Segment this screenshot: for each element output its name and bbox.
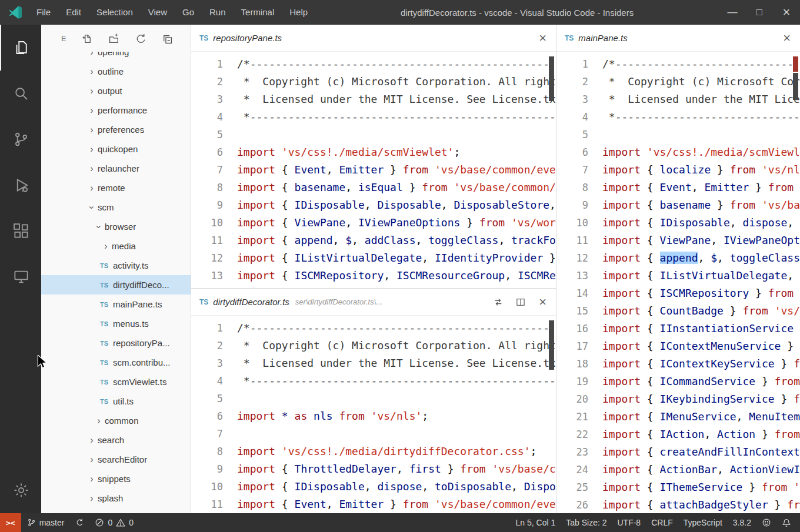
code-line[interactable]: 9import { IDisposable, Disposable, Dispo…: [191, 196, 556, 214]
code-line[interactable]: 3 * Licensed under the MIT License. See …: [556, 91, 800, 108]
settings-gear-icon[interactable]: [0, 467, 41, 513]
tree-item-outline[interactable]: ›outline: [41, 62, 191, 81]
cursor-position[interactable]: Ln 5, Col 1: [511, 513, 561, 532]
code-line[interactable]: 10import { IDisposable, dispose, Disposa…: [556, 214, 800, 232]
code-line[interactable]: 13import { ISCMRepository, ISCMResourceG…: [191, 267, 556, 285]
minimize-button[interactable]: —: [719, 0, 746, 25]
close-icon[interactable]: ×: [538, 296, 548, 309]
code-line[interactable]: 3 * Licensed under the MIT License. See …: [191, 354, 556, 372]
code-line[interactable]: 4 *-------------------------------------…: [191, 108, 556, 126]
tree-item-common[interactable]: ›common: [41, 411, 191, 430]
tree-item-media[interactable]: ›media: [41, 236, 191, 256]
code-line[interactable]: 10import { ViewPane, IViewPaneOptions } …: [191, 214, 556, 232]
tree-item-dirtydiffdeco-[interactable]: TSdirtydiffDeco...: [41, 275, 191, 295]
tree-item-scm-contribu-[interactable]: TSscm.contribu...: [41, 353, 191, 372]
tree-item-activity-ts[interactable]: TSactivity.ts: [41, 256, 191, 275]
scrollbar-track[interactable]: [549, 319, 554, 511]
code-line[interactable]: 19import { ICommandService } from 'vs/pl…: [556, 373, 800, 390]
code-line[interactable]: 5: [556, 126, 800, 143]
code-line[interactable]: 13import { IListVirtualDelegate, IIdenti…: [556, 267, 800, 285]
menu-selection[interactable]: Selection: [89, 0, 141, 25]
run-debug-icon[interactable]: [0, 162, 41, 208]
menu-terminal[interactable]: Terminal: [234, 0, 282, 25]
tree-item-preferences[interactable]: ›preferences: [41, 120, 191, 139]
code-line[interactable]: 4 *-------------------------------------…: [556, 108, 800, 126]
code-line[interactable]: 2 * Copyright (c) Microsoft Corporation.…: [556, 73, 800, 91]
tree-item-output[interactable]: ›output: [41, 81, 191, 101]
split-editor-icon[interactable]: [515, 297, 526, 307]
extensions-icon[interactable]: [0, 208, 41, 254]
code-line[interactable]: 12import { append, $, toggleClass, track…: [556, 249, 800, 267]
tree-item-search[interactable]: ›search: [41, 430, 191, 450]
scrollbar-thumb[interactable]: [549, 56, 554, 101]
code-line[interactable]: 21import { IMenuService, MenuItemAction …: [556, 408, 800, 426]
new-file-icon[interactable]: [82, 33, 93, 44]
code-line[interactable]: 5: [191, 390, 556, 407]
code-line[interactable]: 8import { Event, Emitter } from 'vs/base…: [556, 179, 800, 196]
code-area[interactable]: 1/*-------------------------------------…: [191, 52, 556, 288]
code-area[interactable]: 1/*-------------------------------------…: [191, 316, 556, 513]
code-line[interactable]: 23import { createAndFillInContextMenuAct…: [556, 443, 800, 461]
menu-help[interactable]: Help: [282, 0, 315, 25]
remote-indicator[interactable]: ><: [0, 513, 21, 532]
code-line[interactable]: 4 *-------------------------------------…: [191, 372, 556, 390]
menu-view[interactable]: View: [141, 0, 175, 25]
code-line[interactable]: 22import { IAction, Action } from 'vs/ba…: [556, 426, 800, 443]
tab-dirtydiffdecorator[interactable]: TS dirtydiffDecorator.ts ser\dirtydiffDe…: [191, 289, 556, 315]
search-icon[interactable]: [0, 71, 41, 116]
code-line[interactable]: 2 * Copyright (c) Microsoft Corporation.…: [191, 73, 556, 91]
code-line[interactable]: 6import * as nls from 'vs/nls';: [191, 407, 556, 425]
code-line[interactable]: 26import { attachBadgeStyler } from 'vs/…: [556, 496, 800, 513]
code-line[interactable]: 7import { localize } from 'vs/nls';: [556, 161, 800, 179]
code-line[interactable]: 5: [191, 126, 556, 143]
code-line[interactable]: 7: [191, 425, 556, 443]
tree-item-searcheditor[interactable]: ›searchEditor: [41, 450, 191, 469]
code-line[interactable]: 1/*-------------------------------------…: [191, 319, 556, 337]
code-line[interactable]: 16import { IInstantiationService } from …: [556, 320, 800, 337]
code-line[interactable]: 11import { append, $, addClass, toggleCl…: [191, 232, 556, 249]
code-line[interactable]: 8import { basename, isEqual } from 'vs/b…: [191, 179, 556, 196]
tree-item-menus-ts[interactable]: TSmenus.ts: [41, 314, 191, 333]
code-line[interactable]: 14import { ISCMRepository } from 'vs/wor…: [556, 285, 800, 302]
explorer-icon[interactable]: [0, 25, 41, 71]
code-line[interactable]: 11import { Event, Emitter } from 'vs/bas…: [191, 496, 556, 513]
eol-sequence[interactable]: CRLF: [646, 513, 678, 532]
code-line[interactable]: 1/*-------------------------------------…: [191, 55, 556, 73]
code-line[interactable]: 20import { IKeybindingService } from 'vs…: [556, 390, 800, 408]
problems-indicator[interactable]: 0 0: [89, 513, 139, 532]
tree-item-repositorypa-[interactable]: TSrepositoryPa...: [41, 333, 191, 353]
code-line[interactable]: 17import { IContextMenuService } from 'v…: [556, 337, 800, 355]
tree-item-quickopen[interactable]: ›quickopen: [41, 139, 191, 159]
collapse-all-icon[interactable]: [161, 33, 172, 44]
tree-item-scmviewlet-ts[interactable]: TSscmViewlet.ts: [41, 372, 191, 392]
language-mode[interactable]: TypeScript: [678, 513, 728, 532]
notifications-bell-icon[interactable]: [776, 513, 796, 532]
menu-file[interactable]: File: [29, 0, 58, 25]
branch-indicator[interactable]: master: [21, 513, 70, 532]
feedback-smiley-icon[interactable]: [756, 513, 776, 532]
menu-go[interactable]: Go: [175, 0, 202, 25]
scrollbar-track[interactable]: [549, 55, 554, 286]
tree-item-relauncher[interactable]: ›relauncher: [41, 159, 191, 178]
code-line[interactable]: 9import { ThrottledDelayer, first } from…: [191, 460, 556, 478]
tree-item-remote[interactable]: ›remote: [41, 178, 191, 198]
code-line[interactable]: 10import { IDisposable, dispose, toDispo…: [191, 478, 556, 496]
code-line[interactable]: 18import { IContextKeyService } from 'vs…: [556, 355, 800, 373]
code-line[interactable]: 25import { IThemeService } from 'vs/plat…: [556, 479, 800, 496]
code-line[interactable]: 1/*-------------------------------------…: [556, 55, 800, 73]
refresh-icon[interactable]: [135, 33, 146, 44]
code-line[interactable]: 8import 'vs/css!./media/dirtydiffDecorat…: [191, 443, 556, 460]
indentation[interactable]: Tab Size: 2: [561, 513, 612, 532]
code-line[interactable]: 3 * Licensed under the MIT License. See …: [191, 91, 556, 108]
tree-item-performance[interactable]: ›performance: [41, 101, 191, 120]
scrollbar-thumb[interactable]: [549, 320, 554, 370]
close-window-button[interactable]: ×: [773, 0, 800, 25]
tree-item-scm[interactable]: ›scm: [41, 198, 191, 217]
close-icon[interactable]: ×: [782, 32, 792, 45]
tree-item-splash[interactable]: ›splash: [41, 488, 191, 508]
tab-repositorypane[interactable]: TS repositoryPane.ts ×: [191, 25, 556, 51]
tree-item-util-ts[interactable]: TSutil.ts: [41, 392, 191, 411]
open-changes-icon[interactable]: [493, 297, 504, 307]
scrollbar-thumb[interactable]: [793, 73, 798, 100]
tree-item-mainpane-ts[interactable]: TSmainPane.ts: [41, 295, 191, 314]
